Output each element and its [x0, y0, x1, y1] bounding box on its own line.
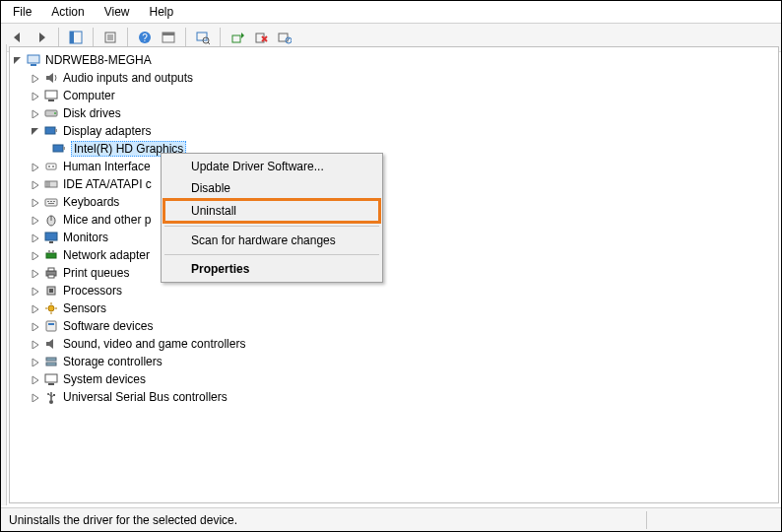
svg-marker-52 [33, 217, 38, 225]
mouse-icon [43, 212, 59, 228]
ctx-disable[interactable]: Disable [163, 177, 380, 199]
tree-item-printq[interactable]: Print queues [12, 264, 776, 282]
svg-point-41 [52, 166, 54, 167]
menu-file[interactable]: File [9, 3, 35, 21]
expand-icon[interactable] [30, 286, 39, 296]
svg-text:?: ? [142, 33, 148, 43]
tree-item-sound[interactable]: Sound, video and game controllers [12, 335, 776, 353]
svg-rect-61 [52, 250, 54, 253]
ctx-scan[interactable]: Scan for hardware changes [163, 230, 380, 251]
hid-icon [43, 159, 59, 174]
expand-icon[interactable] [30, 357, 39, 366]
expand-icon[interactable] [30, 250, 39, 260]
svg-marker-78 [33, 341, 38, 349]
svg-marker-25 [33, 75, 38, 83]
ctx-update-driver[interactable]: Update Driver Software... [163, 156, 380, 177]
expand-icon[interactable] [30, 321, 39, 331]
tree-item-processors[interactable]: Processors [12, 282, 776, 299]
tree-label: Sensors [63, 301, 106, 315]
help-icon: ? [137, 30, 153, 45]
tree-label: Disk drives [63, 106, 121, 120]
expand-icon[interactable] [30, 197, 39, 207]
expand-icon[interactable] [30, 339, 39, 349]
tree-item-display[interactable]: Display adapters [12, 122, 776, 140]
svg-marker-16 [241, 33, 244, 38]
tree-item-keyboards[interactable]: Keyboards [12, 193, 776, 211]
ide-icon [43, 176, 59, 192]
svg-rect-11 [163, 33, 174, 35]
svg-rect-82 [46, 363, 56, 366]
tree-label: Storage controllers [63, 355, 163, 368]
expand-icon[interactable] [30, 73, 39, 83]
tree-item-storage[interactable]: Storage controllers [12, 353, 776, 370]
window-icon [161, 30, 176, 45]
tree-label: Universal Serial Bus controllers [63, 390, 228, 404]
ctx-properties[interactable]: Properties [163, 258, 380, 280]
expand-icon[interactable] [30, 233, 39, 242]
status-text: Uninstalls the driver for the selected d… [9, 513, 237, 527]
expand-icon[interactable] [30, 108, 39, 118]
storage-icon [43, 354, 59, 369]
svg-rect-36 [53, 145, 63, 152]
expand-icon[interactable] [30, 374, 39, 384]
svg-rect-35 [55, 129, 57, 132]
svg-rect-85 [48, 383, 54, 385]
expand-icon[interactable] [30, 303, 39, 313]
svg-rect-39 [46, 164, 56, 169]
tree-item-network[interactable]: Network adapter [12, 246, 776, 264]
expand-icon[interactable] [30, 179, 39, 189]
tree-item-ide[interactable]: IDE ATA/ATAPI c [12, 175, 776, 193]
tree-item-sensors[interactable]: Sensors [12, 299, 776, 317]
tree-item-system[interactable]: System devices [12, 370, 776, 388]
menu-action[interactable]: Action [47, 3, 88, 21]
tree-item-software[interactable]: Software devices [12, 317, 776, 335]
monitor-search-icon [195, 30, 211, 45]
status-bar: Uninstalls the driver for the selected d… [1, 507, 781, 531]
speaker-icon [43, 70, 59, 86]
menu-bar: File Action View Help [1, 1, 781, 24]
tree-item-display-child[interactable]: Intel(R) HD Graphics [12, 140, 776, 158]
svg-marker-86 [33, 394, 38, 402]
svg-rect-12 [197, 33, 207, 40]
svg-marker-66 [33, 288, 38, 296]
tree-item-mice[interactable]: Mice and other p [12, 211, 776, 229]
tree-item-computer[interactable]: Computer [12, 87, 776, 104]
tree-item-usb[interactable]: Universal Serial Bus controllers [12, 388, 776, 406]
tree-item-monitors[interactable]: Monitors [12, 229, 776, 246]
tree-item-audio[interactable]: Audio inputs and outputs [12, 69, 776, 87]
update-icon [229, 30, 245, 45]
expand-icon[interactable] [30, 126, 39, 136]
svg-rect-20 [279, 33, 288, 41]
svg-rect-49 [50, 201, 52, 202]
ctx-separator [164, 254, 379, 255]
svg-marker-38 [33, 164, 38, 171]
expand-icon[interactable] [30, 91, 39, 100]
ctx-uninstall[interactable]: Uninstall [163, 198, 381, 224]
svg-marker-75 [33, 323, 38, 331]
tree-label: System devices [63, 372, 146, 386]
svg-rect-51 [48, 203, 54, 204]
computer-icon [43, 88, 59, 103]
context-menu: Update Driver Software... Disable Uninst… [161, 153, 383, 283]
svg-point-91 [47, 393, 49, 395]
device-tree[interactable]: NDRWEB8-MEGHA Audio inputs and outputs C… [9, 46, 779, 503]
tree-root-label: NDRWEB8-MEGHA [45, 53, 152, 67]
svg-rect-81 [46, 358, 56, 361]
status-divider [646, 511, 647, 529]
svg-point-40 [48, 166, 50, 167]
menu-help[interactable]: Help [146, 3, 178, 21]
menu-view[interactable]: View [100, 3, 134, 21]
tree-root[interactable]: NDRWEB8-MEGHA [12, 51, 776, 69]
expand-icon[interactable] [30, 392, 39, 402]
tree-label: Audio inputs and outputs [63, 71, 193, 85]
svg-rect-68 [49, 289, 53, 293]
expand-icon[interactable] [30, 162, 39, 171]
tree-item-disk[interactable]: Disk drives [12, 104, 776, 122]
sensor-icon [43, 300, 59, 316]
svg-rect-3 [70, 32, 74, 43]
svg-rect-56 [45, 233, 57, 240]
expand-icon[interactable] [12, 55, 22, 65]
expand-icon[interactable] [30, 268, 39, 278]
tree-item-hid[interactable]: Human Interface [12, 158, 776, 175]
expand-icon[interactable] [30, 215, 39, 225]
